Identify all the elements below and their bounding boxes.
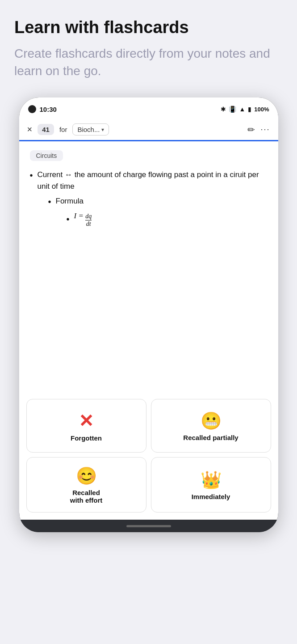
more-button[interactable]: ··· <box>260 125 270 134</box>
forgotten-button[interactable]: ✕ Forgotten <box>26 399 146 453</box>
bullet-dot-3: • <box>67 213 70 225</box>
recalled-partially-button[interactable]: 😬 Recalled partially <box>151 399 271 453</box>
home-indicator <box>126 525 171 527</box>
recalled-with-effort-label: Recalledwith effort <box>70 489 103 504</box>
top-bar: × 41 for Bioch... ▾ ✏ ··· <box>19 119 278 141</box>
for-label: for <box>59 126 67 133</box>
page-subtitle: Create flashcards directly from your not… <box>14 45 283 80</box>
battery-percent: 100% <box>254 106 269 113</box>
bullet-dot-1: • <box>30 169 33 182</box>
recalled-with-effort-button[interactable]: 😊 Recalledwith effort <box>26 457 146 513</box>
immediately-label: Immediately <box>192 493 230 500</box>
camera-dot <box>28 105 36 113</box>
sub-list-formula: • Formula • I = dq <box>38 195 268 227</box>
signal-icon: ▲ <box>239 106 245 113</box>
phone-mockup: 10:30 ✱ 📳 ▲ ▮ 100% × 41 for Bioch... ▾ ✏… <box>19 97 278 532</box>
page-title: Learn with flashcards <box>14 18 283 38</box>
status-left: 10:30 <box>28 105 57 113</box>
battery-icon: ▮ <box>248 106 251 113</box>
status-time: 10:30 <box>40 106 57 113</box>
fraction: dq dt <box>85 213 92 227</box>
phone-bottom <box>19 520 278 532</box>
bluetooth-icon: ✱ <box>221 106 226 113</box>
sub-list-equation: • I = dq dt <box>56 212 92 227</box>
forgotten-label: Forgotten <box>71 434 102 442</box>
bullet-item-formula: • Formula • I = dq <box>48 195 268 227</box>
deck-selector[interactable]: Bioch... ▾ <box>72 123 109 136</box>
bullet-dot-2: • <box>48 195 51 208</box>
card-content: Circuits • Current ↔ the amount of charg… <box>19 141 278 392</box>
formula-equation: I = dq dt <box>74 212 92 227</box>
frac-denominator: dt <box>86 221 91 227</box>
chevron-down-icon: ▾ <box>101 127 104 133</box>
response-grid: ✕ Forgotten 😬 Recalled partially 😊 Recal… <box>19 392 278 520</box>
bullet-text-current: Current ↔ the amount of charge flowing p… <box>38 170 259 191</box>
card-count-badge: 41 <box>38 124 54 135</box>
card-tag: Circuits <box>30 150 63 161</box>
deck-name: Bioch... <box>77 126 100 133</box>
bullet-item-current: • Current ↔ the amount of charge flowing… <box>30 169 268 232</box>
edit-button[interactable]: ✏ <box>247 124 255 135</box>
card-bullet-list: • Current ↔ the amount of charge flowing… <box>30 169 268 232</box>
vibrate-icon: 📳 <box>229 106 236 113</box>
crown-emoji: 👑 <box>201 471 222 488</box>
recalled-partially-label: Recalled partially <box>183 434 238 441</box>
bullet-text-formula: Formula <box>56 197 84 205</box>
page-header: Learn with flashcards Create flashcards … <box>0 0 297 93</box>
status-bar: 10:30 ✱ 📳 ▲ ▮ 100% <box>19 97 278 119</box>
x-icon: ✕ <box>79 412 94 430</box>
close-button[interactable]: × <box>27 124 33 135</box>
frac-numerator: dq <box>85 213 92 220</box>
immediately-button[interactable]: 👑 Immediately <box>151 457 271 513</box>
happy-emoji: 😊 <box>76 467 97 484</box>
formula-item: • I = dq dt <box>67 212 92 227</box>
status-right: ✱ 📳 ▲ ▮ 100% <box>221 106 269 113</box>
grimace-emoji: 😬 <box>201 412 222 429</box>
